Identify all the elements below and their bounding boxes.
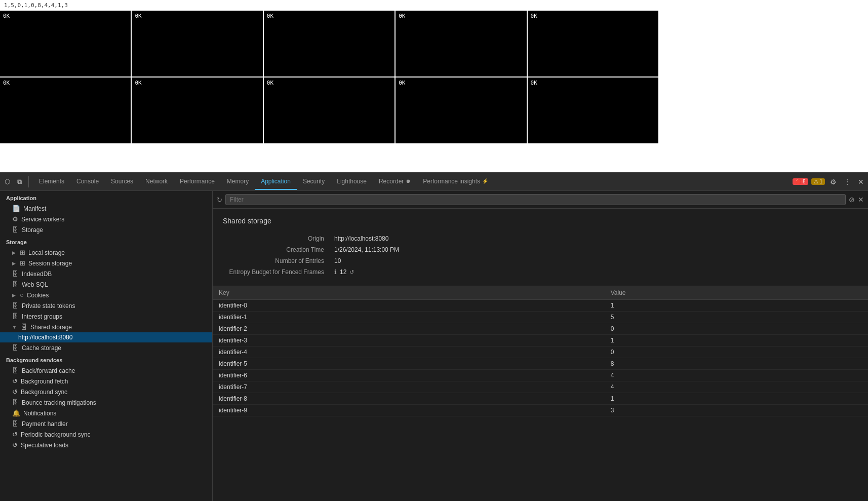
version-label: 1,5,0,1,0,8,4,4,1,3 [0, 0, 868, 11]
num-entries-label: Number of Entries [223, 257, 334, 264]
sidebar-item-background-fetch[interactable]: ↺ Background fetch [0, 376, 212, 387]
close-devtools-button[interactable]: ✕ [856, 176, 866, 188]
cell-value-3: 1 [605, 335, 868, 346]
more-options-button[interactable]: ⋮ [842, 176, 853, 188]
sidebar-item-back-forward-cache[interactable]: 🗄 Back/forward cache [0, 365, 212, 376]
back-forward-cache-icon: 🗄 [12, 367, 19, 374]
table-row[interactable]: identifier-15 [213, 312, 868, 323]
video-cell-6: 0K [132, 78, 262, 143]
error-badge: 🔴 8 [793, 178, 808, 185]
sidebar-item-local-storage[interactable]: ▶ ⊞ Local storage [0, 247, 212, 258]
session-storage-icon: ⊞ [20, 259, 25, 267]
video-cell-9: 0K [528, 78, 658, 143]
sidebar-item-notifications[interactable]: 🔔 Notifications [0, 408, 212, 418]
table-row[interactable]: identifier-31 [213, 335, 868, 346]
cell-value-5: 8 [605, 358, 868, 370]
notifications-icon: 🔔 [12, 409, 20, 417]
shared-storage-chevron: ▼ [12, 325, 17, 330]
entropy-info-icon[interactable]: ℹ [334, 268, 337, 276]
session-storage-chevron: ▶ [12, 261, 16, 266]
sidebar-item-cache-storage[interactable]: 🗄 Cache storage [0, 342, 212, 353]
periodic-bg-sync-label: Periodic background sync [21, 431, 90, 438]
sidebar: Application 📄 Manifest ⚙ Service workers… [0, 191, 213, 501]
background-section-label: Background services [0, 353, 212, 365]
cache-storage-icon: 🗄 [12, 344, 19, 352]
sidebar-item-web-sql[interactable]: 🗄 Web SQL [0, 279, 212, 290]
recorder-icon: ⏺ [406, 178, 411, 184]
sidebar-item-shared-storage-localhost[interactable]: http://localhost:8080 [0, 332, 212, 342]
table-row[interactable]: identifier-93 [213, 405, 868, 416]
video-label-8: 0K [399, 80, 405, 86]
table-row[interactable]: identifier-64 [213, 370, 868, 381]
filter-close-button[interactable]: ✕ [858, 196, 864, 204]
filter-cancel-button[interactable]: ⊘ [849, 196, 855, 204]
tab-lighthouse[interactable]: Lighthouse [331, 174, 373, 190]
table-row[interactable]: identifier-74 [213, 381, 868, 393]
entropy-refresh-icon[interactable]: ↺ [349, 269, 354, 276]
manifest-label: Manifest [23, 205, 46, 212]
sidebar-item-indexeddb[interactable]: 🗄 IndexedDB [0, 268, 212, 279]
tab-sources[interactable]: Sources [105, 174, 139, 190]
sidebar-item-background-sync[interactable]: ↺ Background sync [0, 387, 212, 397]
interest-groups-icon: 🗄 [12, 313, 19, 320]
speculative-loads-label: Speculative loads [21, 442, 68, 449]
table-row[interactable]: identifier-20 [213, 323, 868, 335]
cell-key-0: identifier-0 [213, 300, 605, 312]
sidebar-item-speculative-loads[interactable]: ↺ Speculative loads [0, 440, 212, 450]
background-sync-icon: ↺ [12, 388, 18, 396]
sidebar-item-private-state-tokens[interactable]: 🗄 Private state tokens [0, 300, 212, 311]
tab-performance[interactable]: Performance [174, 174, 221, 190]
sidebar-item-service-workers[interactable]: ⚙ Service workers [0, 214, 212, 224]
shared-storage-content: Shared storage Origin http://localhost:8… [213, 209, 868, 286]
video-cell-1: 0K [132, 11, 262, 76]
table-row[interactable]: identifier-40 [213, 346, 868, 358]
col-value: Value [605, 286, 868, 300]
cell-key-8: identifier-8 [213, 393, 605, 405]
sidebar-item-payment-handler[interactable]: 🗄 Payment handler [0, 418, 212, 429]
creation-time-value: 1/26/2024, 11:13:00 PM [334, 246, 399, 253]
device-toolbar-button[interactable]: ⧉ [15, 176, 24, 187]
table-row[interactable]: identifier-81 [213, 393, 868, 405]
settings-button[interactable]: ⚙ [828, 176, 839, 188]
sidebar-item-interest-groups[interactable]: 🗄 Interest groups [0, 311, 212, 322]
tab-console[interactable]: Console [70, 174, 105, 190]
table-header-row: Key Value [213, 286, 868, 300]
speculative-loads-icon: ↺ [12, 441, 18, 449]
refresh-icon[interactable]: ↻ [217, 196, 222, 204]
bounce-tracking-label: Bounce tracking mitigations [22, 399, 96, 406]
warn-badge: ⚠ 1 [811, 178, 825, 185]
tab-perf-insights[interactable]: Performance insights ⚡ [417, 174, 494, 190]
bounce-tracking-icon: 🗄 [12, 399, 19, 406]
filter-input[interactable] [225, 194, 846, 205]
sidebar-item-manifest[interactable]: 📄 Manifest [0, 203, 212, 214]
table-row[interactable]: identifier-01 [213, 300, 868, 312]
local-storage-icon: ⊞ [20, 249, 25, 256]
table-row[interactable]: identifier-58 [213, 358, 868, 370]
cache-storage-label: Cache storage [22, 344, 61, 352]
interest-groups-label: Interest groups [22, 313, 62, 320]
origin-value: http://localhost:8080 [334, 235, 388, 242]
tab-memory[interactable]: Memory [221, 174, 255, 190]
devtools-panel: ⬡ ⧉ Elements Console Sources Network Per… [0, 172, 868, 501]
tab-application[interactable]: Application [255, 174, 297, 190]
inspect-element-button[interactable]: ⬡ [2, 176, 13, 187]
cell-value-0: 1 [605, 300, 868, 312]
sidebar-item-cookies[interactable]: ▶ ○ Cookies [0, 290, 212, 300]
tab-network[interactable]: Network [139, 174, 174, 190]
sidebar-item-session-storage[interactable]: ▶ ⊞ Session storage [0, 258, 212, 268]
creation-time-row: Creation Time 1/26/2024, 11:13:00 PM [223, 244, 858, 255]
tab-recorder[interactable]: Recorder ⏺ [373, 174, 417, 190]
sidebar-item-periodic-bg-sync[interactable]: ↺ Periodic background sync [0, 429, 212, 440]
tab-elements[interactable]: Elements [33, 174, 70, 190]
sidebar-item-shared-storage[interactable]: ▼ 🗄 Shared storage [0, 322, 212, 332]
sidebar-item-bounce-tracking[interactable]: 🗄 Bounce tracking mitigations [0, 397, 212, 408]
private-state-tokens-icon: 🗄 [12, 302, 19, 310]
cell-key-5: identifier-5 [213, 358, 605, 370]
entropy-label: Entropy Budget for Fenced Frames [223, 268, 334, 276]
cell-value-7: 4 [605, 381, 868, 393]
sidebar-item-storage-app[interactable]: 🗄 Storage [0, 224, 212, 235]
tab-security[interactable]: Security [297, 174, 331, 190]
private-state-tokens-label: Private state tokens [22, 302, 75, 310]
video-label-1: 0K [135, 13, 141, 19]
filter-bar: ↻ ⊘ ✕ [213, 191, 868, 209]
